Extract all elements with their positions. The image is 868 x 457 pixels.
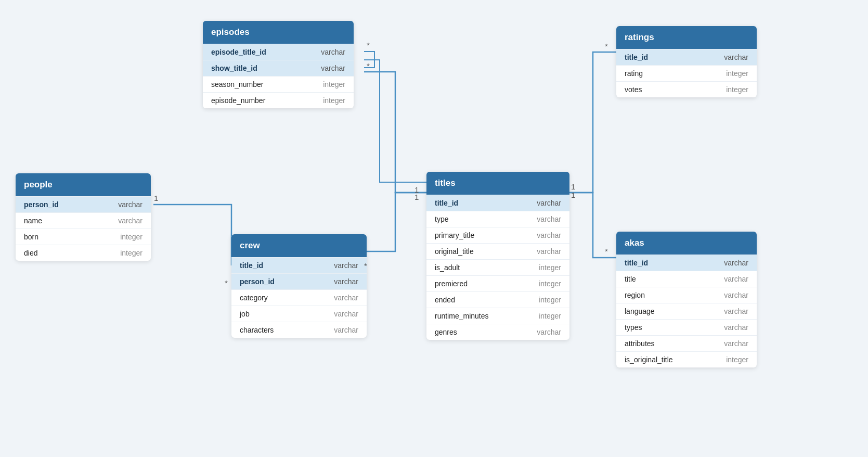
table-crew-header: crew	[231, 234, 367, 257]
table-titles: titles title_id varchar type varchar pri…	[426, 172, 569, 340]
table-akas-row-3: language varchar	[616, 303, 757, 319]
col-name: title_id	[625, 259, 648, 267]
table-titles-row-2: primary_title varchar	[426, 227, 569, 243]
col-name: votes	[625, 85, 642, 94]
col-name: title	[625, 275, 636, 283]
table-ratings-row-1: rating integer	[616, 65, 757, 81]
table-crew: crew title_id varchar person_id varchar …	[231, 234, 367, 338]
col-name: episode_title_id	[211, 48, 266, 56]
col-type: varchar	[537, 215, 561, 223]
table-ratings-row-0: title_id varchar	[616, 49, 757, 65]
card-episodes-right-star: *	[367, 41, 370, 49]
card-titles-right-1b: 1	[571, 191, 575, 199]
col-name: person_id	[24, 200, 59, 209]
table-crew-row-2: category varchar	[231, 289, 367, 306]
col-type: varchar	[724, 291, 748, 299]
table-akas-header: akas	[616, 232, 757, 255]
col-type: integer	[539, 296, 561, 304]
table-people-header: people	[16, 173, 151, 196]
col-name: title_id	[625, 53, 648, 61]
col-type: varchar	[334, 294, 358, 302]
col-type: integer	[539, 280, 561, 288]
col-type: integer	[323, 80, 345, 88]
col-name: language	[625, 307, 655, 315]
col-type: varchar	[334, 261, 358, 270]
table-akas-row-2: region varchar	[616, 287, 757, 303]
table-episodes-row-3: episode_number integer	[203, 92, 354, 108]
table-crew-row-4: characters varchar	[231, 322, 367, 338]
col-name: ended	[435, 296, 455, 304]
table-titles-row-3: original_title varchar	[426, 243, 569, 259]
col-type: integer	[323, 96, 345, 105]
col-name: category	[240, 294, 268, 302]
table-akas-row-1: title varchar	[616, 271, 757, 287]
col-type: integer	[539, 312, 561, 320]
col-name: original_title	[435, 247, 474, 256]
col-name: name	[24, 217, 42, 225]
table-crew-title: crew	[240, 240, 260, 250]
erd-diagram: * * 1 * * 1 1 1 1 * * episodes episode_t…	[0, 0, 868, 457]
card-crew-right-star: *	[364, 261, 367, 270]
table-ratings-row-2: votes integer	[616, 81, 757, 97]
col-type: varchar	[724, 259, 748, 267]
col-type: varchar	[537, 328, 561, 336]
col-type: varchar	[334, 326, 358, 334]
col-name: primary_title	[435, 231, 474, 239]
card-akas-left-star: *	[605, 247, 608, 256]
col-type: varchar	[724, 323, 748, 332]
col-name: born	[24, 233, 38, 241]
table-crew-row-3: job varchar	[231, 306, 367, 322]
col-name: runtime_minutes	[435, 312, 489, 320]
table-titles-row-6: ended integer	[426, 291, 569, 308]
table-titles-row-1: type varchar	[426, 211, 569, 227]
table-titles-header: titles	[426, 172, 569, 195]
table-titles-row-4: is_adult integer	[426, 259, 569, 275]
table-ratings-header: ratings	[616, 26, 757, 49]
col-type: varchar	[724, 275, 748, 283]
col-name: attributes	[625, 339, 655, 348]
col-name: died	[24, 249, 37, 257]
col-name: title_id	[240, 261, 263, 270]
col-name: genres	[435, 328, 457, 336]
table-episodes-title: episodes	[211, 27, 250, 37]
col-type: integer	[120, 233, 142, 241]
table-episodes-row-1: show_title_id varchar	[203, 60, 354, 76]
col-type: integer	[539, 263, 561, 272]
table-akas-row-4: types varchar	[616, 319, 757, 335]
table-crew-row-0: title_id varchar	[231, 257, 367, 273]
table-akas-row-5: attributes varchar	[616, 335, 757, 351]
col-name: show_title_id	[211, 64, 257, 72]
col-name: characters	[240, 326, 274, 334]
table-people-title: people	[24, 180, 53, 189]
col-type: varchar	[118, 217, 142, 225]
table-akas-title: akas	[625, 238, 644, 248]
col-name: episode_number	[211, 96, 265, 105]
table-titles-row-7: runtime_minutes integer	[426, 308, 569, 324]
table-titles-title: titles	[435, 178, 456, 188]
col-type: integer	[726, 356, 748, 364]
col-type: varchar	[537, 231, 561, 239]
col-type: varchar	[118, 200, 142, 209]
col-name: is_adult	[435, 263, 460, 272]
col-type: integer	[726, 85, 748, 94]
col-type: integer	[120, 249, 142, 257]
col-name: season_number	[211, 80, 263, 88]
col-type: varchar	[724, 307, 748, 315]
col-type: varchar	[334, 277, 358, 286]
col-name: rating	[625, 69, 643, 78]
table-crew-row-1: person_id varchar	[231, 273, 367, 289]
table-episodes: episodes episode_title_id varchar show_t…	[203, 21, 354, 108]
col-type: varchar	[321, 48, 345, 56]
card-crew-left-star: *	[225, 278, 228, 287]
table-episodes-header: episodes	[203, 21, 354, 44]
col-name: title_id	[435, 199, 458, 207]
col-name: types	[625, 323, 642, 332]
table-titles-row-8: genres varchar	[426, 324, 569, 340]
col-type: varchar	[321, 64, 345, 72]
table-akas-row-6: is_original_title integer	[616, 351, 757, 367]
col-type: integer	[726, 69, 748, 78]
col-type: varchar	[537, 247, 561, 256]
card-ratings-left-star: *	[605, 42, 608, 50]
table-akas-row-0: title_id varchar	[616, 255, 757, 271]
table-akas: akas title_id varchar title varchar regi…	[616, 232, 757, 367]
